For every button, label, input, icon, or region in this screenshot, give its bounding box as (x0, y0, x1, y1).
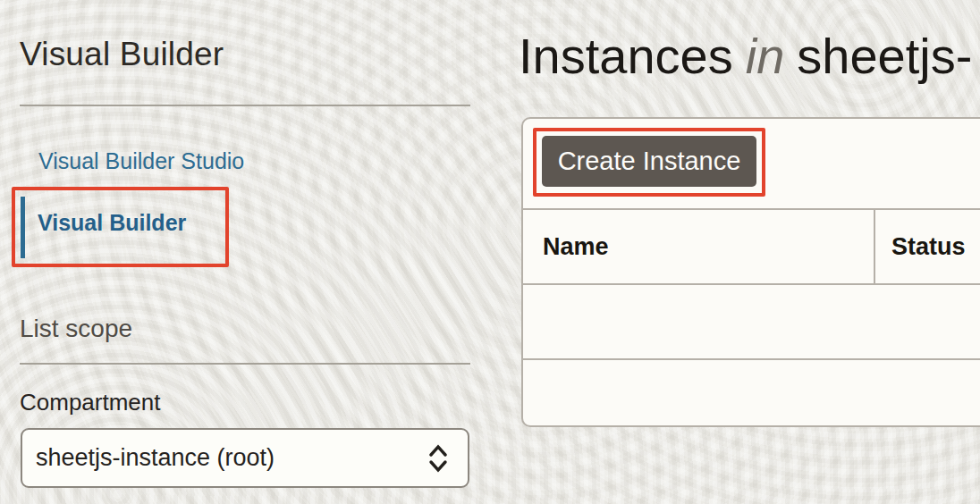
sidebar-item-visual-builder[interactable]: Visual Builder (38, 212, 186, 234)
column-header-name: Name (523, 210, 875, 283)
page-title-instances: Instances (519, 28, 733, 84)
sidebar-divider (20, 105, 470, 106)
sidebar-item-visual-builder-studio[interactable]: Visual Builder Studio (38, 150, 244, 172)
sidebar-title: Visual Builder (20, 38, 224, 71)
table-row (523, 360, 980, 425)
page-title-compartment: sheetjs- (797, 28, 972, 84)
page-title-connector: in (746, 28, 785, 84)
list-scope-title: List scope (20, 316, 132, 341)
compartment-label: Compartment (20, 391, 161, 414)
compartment-select-value: sheetjs-instance (root) (36, 444, 275, 472)
table-row (523, 285, 980, 360)
compartment-select[interactable]: sheetjs-instance (root) (21, 428, 469, 488)
instances-panel: Create Instance Name Status (521, 117, 980, 427)
list-scope-divider (20, 363, 470, 365)
table-header-row: Name Status (523, 210, 980, 285)
oci-console-screen: Visual Builder Visual Builder Studio Vis… (0, 0, 980, 504)
chevron-up-down-icon (427, 442, 450, 475)
table-toolbar: Create Instance (523, 119, 980, 210)
create-instance-button[interactable]: Create Instance (542, 136, 756, 187)
selected-indicator-bar (21, 197, 25, 258)
column-header-status: Status (875, 210, 980, 283)
page-title: Instancesinsheetjs- (519, 28, 972, 85)
